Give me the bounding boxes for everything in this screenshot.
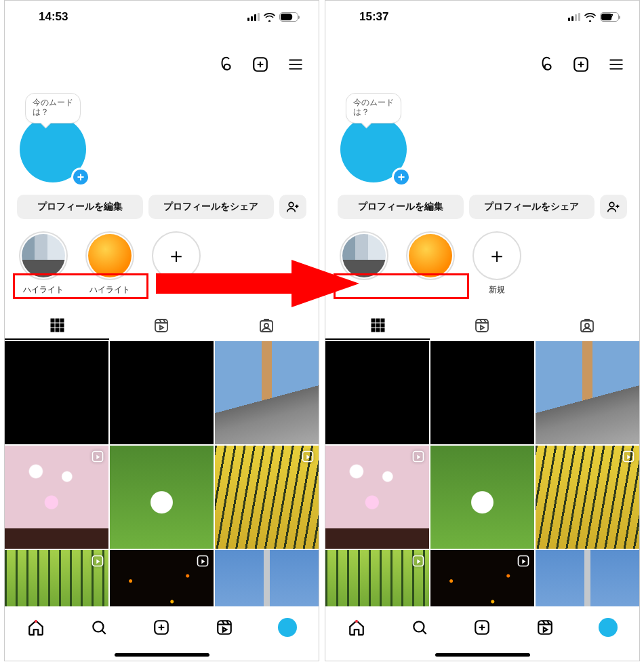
post-cell[interactable]	[325, 446, 429, 549]
avatar[interactable]: +	[20, 116, 86, 182]
add-story-icon[interactable]: +	[392, 168, 411, 187]
status-indicators: 57	[568, 12, 619, 22]
svg-point-1	[289, 202, 294, 207]
svg-rect-6	[56, 324, 59, 327]
bottom-nav	[5, 606, 319, 661]
svg-rect-24	[376, 319, 380, 322]
home-indicator	[115, 653, 209, 657]
svg-rect-25	[381, 319, 384, 322]
reels-nav-tab[interactable]	[214, 617, 235, 638]
create-icon[interactable]	[570, 54, 592, 75]
svg-rect-3	[56, 319, 59, 322]
svg-rect-41	[538, 621, 552, 634]
tagged-tab[interactable]	[535, 311, 639, 340]
profile-avatar-area: 今のムード は？ +	[20, 93, 101, 181]
profile-tab[interactable]	[598, 617, 618, 638]
post-cell[interactable]	[430, 341, 534, 444]
home-tab[interactable]	[26, 617, 46, 638]
threads-icon[interactable]	[214, 54, 236, 75]
svg-rect-7	[60, 324, 64, 327]
cellular-icon	[568, 13, 580, 21]
plus-icon: ＋	[487, 242, 507, 270]
discover-people-button[interactable]	[279, 195, 306, 219]
reels-tab[interactable]	[430, 311, 534, 340]
post-cell[interactable]	[325, 341, 429, 444]
create-tab[interactable]	[151, 617, 172, 638]
svg-point-13	[264, 324, 268, 328]
search-tab[interactable]	[409, 617, 430, 638]
svg-rect-32	[476, 319, 488, 332]
svg-rect-23	[371, 319, 375, 322]
profile-tab[interactable]	[277, 617, 298, 638]
discover-people-button[interactable]	[600, 195, 627, 219]
svg-rect-4	[60, 319, 64, 322]
phone-before: 14:53 59 今のムード は？ +	[4, 0, 319, 661]
post-cell[interactable]	[536, 341, 639, 444]
post-cell[interactable]	[110, 446, 214, 549]
home-tab[interactable]	[346, 617, 367, 638]
reels-tab[interactable]	[109, 311, 214, 340]
post-cell[interactable]	[215, 341, 319, 444]
reels-icon	[622, 450, 635, 463]
profile-tabs	[5, 311, 319, 340]
create-icon[interactable]	[249, 54, 271, 75]
status-indicators: 59	[247, 12, 298, 22]
highlight-new[interactable]: ＋	[150, 231, 203, 296]
clock: 14:53	[39, 10, 68, 24]
avatar[interactable]: +	[340, 116, 407, 182]
header-actions	[214, 54, 306, 75]
profile-tabs	[325, 311, 639, 340]
svg-rect-2	[51, 319, 54, 322]
tagged-tab[interactable]	[214, 311, 319, 340]
svg-rect-26	[371, 324, 375, 327]
edit-profile-button[interactable]: プロフィールを編集	[17, 195, 143, 219]
svg-rect-10	[60, 328, 64, 332]
profile-buttons: プロフィールを編集 プロフィールをシェア	[17, 195, 306, 219]
posts-grid	[325, 341, 639, 606]
svg-point-22	[609, 202, 614, 207]
search-tab[interactable]	[89, 617, 109, 638]
post-cell[interactable]	[110, 341, 214, 444]
reels-icon	[517, 554, 530, 568]
reels-icon	[196, 554, 209, 568]
bottom-nav	[325, 606, 639, 661]
post-cell[interactable]	[536, 446, 639, 549]
post-cell[interactable]	[430, 446, 534, 549]
svg-rect-5	[51, 324, 54, 327]
reels-icon	[411, 450, 425, 463]
threads-icon[interactable]	[535, 54, 557, 75]
post-cell[interactable]	[5, 341, 108, 444]
svg-point-18	[93, 621, 103, 631]
battery-icon: 59	[279, 12, 298, 22]
svg-rect-20	[218, 621, 231, 634]
post-cell[interactable]	[215, 446, 319, 549]
reels-nav-tab[interactable]	[535, 617, 555, 638]
svg-rect-29	[371, 328, 375, 332]
avatar-icon	[278, 618, 297, 637]
add-story-icon[interactable]: +	[71, 168, 90, 187]
menu-icon[interactable]	[285, 54, 306, 75]
reels-icon	[411, 554, 425, 568]
status-bar: 14:53 59	[5, 1, 319, 33]
menu-icon[interactable]	[605, 54, 627, 75]
clock: 15:37	[359, 10, 388, 24]
edit-profile-button[interactable]: プロフィールを編集	[338, 195, 464, 219]
mood-bubble[interactable]: 今のムード は？	[346, 93, 401, 123]
mood-bubble[interactable]: 今のムード は？	[25, 93, 81, 123]
reels-icon	[91, 554, 104, 568]
annotation-box	[13, 273, 148, 299]
svg-rect-9	[56, 328, 59, 332]
create-tab[interactable]	[472, 617, 492, 638]
grid-tab[interactable]	[325, 311, 430, 340]
post-cell[interactable]	[5, 446, 108, 549]
share-profile-button[interactable]: プロフィールをシェア	[148, 195, 275, 219]
battery-icon: 57	[600, 12, 619, 22]
grid-tab[interactable]	[5, 311, 109, 340]
share-profile-button[interactable]: プロフィールをシェア	[469, 195, 595, 219]
svg-rect-28	[381, 324, 384, 327]
svg-rect-27	[376, 324, 380, 327]
svg-point-39	[414, 621, 424, 631]
highlight-new[interactable]: ＋ 新規	[470, 231, 523, 296]
cellular-icon	[247, 13, 260, 21]
header-actions	[535, 54, 627, 75]
